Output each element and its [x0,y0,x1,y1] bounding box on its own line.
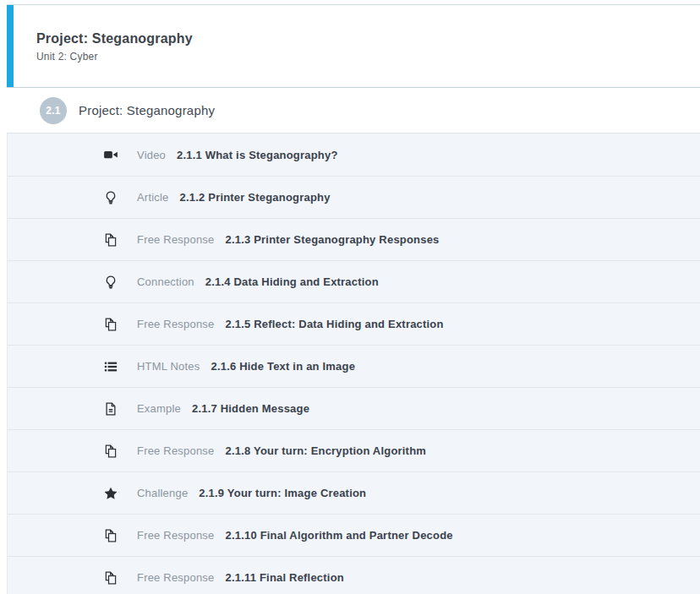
lightbulb-icon [103,190,118,205]
item-title: 2.1.10 Final Algorithm and Partner Decod… [225,529,452,542]
assignment-row[interactable]: Connection 2.1.4 Data Hiding and Extract… [8,260,700,302]
item-title: 2.1.7 Hidden Message [192,402,309,415]
section-title: Project: Steganography [79,103,215,117]
item-type-label: HTML Notes [137,360,200,373]
item-type-label: Free Response [137,444,214,457]
assignment-row[interactable]: Video 2.1.1 What is Steganography? [8,134,700,176]
item-type-label: Free Response [137,571,214,584]
lesson-panel: Project: Steganography Unit 2: Cyber 2.1… [0,0,700,594]
copy-icon [103,570,118,586]
item-type-label: Free Response [137,318,214,330]
assignment-row[interactable]: Example 2.1.7 Hidden Message [8,387,700,429]
unit-breadcrumb: Unit 2: Cyber [36,51,700,63]
item-title: 2.1.3 Printer Steganography Responses [225,233,439,246]
assignment-list: Video 2.1.1 What is Steganography? Artic… [7,133,700,594]
copy-icon [103,232,118,248]
video-icon [103,147,118,162]
section-header-row[interactable]: 2.1 Project: Steganography [7,88,700,133]
item-title: 2.1.1 What is Steganography? [177,149,338,161]
assignment-row[interactable]: Free Response 2.1.10 Final Algorithm and… [8,514,700,556]
assignment-row[interactable]: HTML Notes 2.1.6 Hide Text in an Image [8,345,700,387]
lesson-header: Project: Steganography Unit 2: Cyber [7,5,700,88]
item-type-label: Free Response [137,233,214,246]
star-icon [103,486,118,501]
item-type-label: Connection [137,275,194,288]
item-type-label: Free Response [137,529,214,542]
item-type-label: Video [137,149,166,161]
item-type-label: Article [137,191,169,204]
lesson-title: Project: Steganography [36,30,700,47]
copy-icon [103,528,118,543]
item-title: 2.1.5 Reflect: Data Hiding and Extractio… [225,318,443,330]
assignment-row[interactable]: Free Response 2.1.8 Your turn: Encryptio… [8,429,700,471]
list-icon [103,359,118,374]
assignment-row[interactable]: Free Response 2.1.11 Final Reflection [8,556,700,594]
item-title: 2.1.2 Printer Steganography [180,191,331,204]
item-title: 2.1.9 Your turn: Image Creation [199,487,366,499]
item-title: 2.1.11 Final Reflection [225,571,343,584]
item-title: 2.1.4 Data Hiding and Extraction [205,275,379,288]
assignment-row[interactable]: Article 2.1.2 Printer Steganography [8,176,700,218]
item-type-label: Challenge [137,487,188,499]
accent-bar [7,5,14,87]
assignment-row[interactable]: Free Response 2.1.5 Reflect: Data Hiding… [8,302,700,345]
section-badge: 2.1 [40,97,67,124]
copy-icon [103,444,118,459]
document-icon [103,401,118,417]
item-title: 2.1.6 Hide Text in an Image [211,360,355,373]
copy-icon [103,317,118,332]
assignment-row[interactable]: Challenge 2.1.9 Your turn: Image Creatio… [8,471,700,514]
assignment-row[interactable]: Free Response 2.1.3 Printer Steganograph… [8,218,700,260]
lightbulb-icon [103,275,118,290]
item-title: 2.1.8 Your turn: Encryption Algorithm [225,444,426,457]
item-type-label: Example [137,402,181,415]
